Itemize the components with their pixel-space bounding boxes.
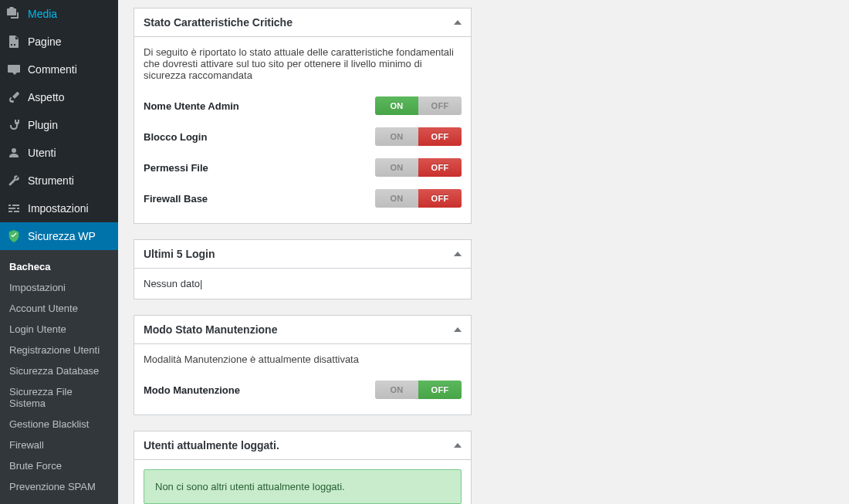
submenu-item[interactable]: Gestione Blacklist [0,414,118,435]
toggle-off[interactable]: OFF [418,127,462,146]
feature-row: Firewall BaseONOFF [144,183,462,214]
toggle-off[interactable]: OFF [418,96,462,115]
feature-label: Blocco Login [144,131,207,143]
media-icon [6,6,22,22]
sidebar-item-user[interactable]: Utenti [0,139,118,167]
feature-label: Firewall Base [144,193,208,205]
collapse-icon[interactable] [454,252,462,256]
collapse-icon[interactable] [454,443,462,448]
admin-sidebar: MediaPagineCommentiAspettoPluginUtentiSt… [0,0,118,504]
submenu-item[interactable]: Login Utente [0,319,118,340]
toggle-on[interactable]: ON [375,127,418,146]
feature-label: Permessi File [144,162,208,174]
sidebar-item-label: Media [28,8,57,20]
submenu-sicurezza: BachecaImpostazioniAccount UtenteLogin U… [0,250,118,504]
feature-label: Nome Utente Admin [144,100,239,112]
toggle-on[interactable]: ON [375,189,418,208]
submenu-item[interactable]: Bacheca [0,256,118,277]
submenu-item[interactable]: Registrazione Utenti [0,340,118,360]
sidebar-item-sliders[interactable]: Impostazioni [0,194,118,222]
brush-icon [6,90,22,105]
collapse-icon[interactable] [454,327,462,332]
panel-header[interactable]: Ultimi 5 Login [134,240,471,269]
sidebar-item-brush[interactable]: Aspetto [0,83,118,111]
notice-success: Non ci sono altri utenti attualmente log… [144,469,462,504]
sidebar-item-label: Sicurezza WP [28,230,96,242]
collapse-icon[interactable] [454,20,462,25]
toggle-off[interactable]: OFF [418,381,462,399]
panel-maintenance: Modo Stato Manutenzione Modalità Manuten… [134,315,472,415]
panel-header[interactable]: Stato Caratteristiche Critiche [134,8,471,37]
submenu-item[interactable]: Sicurezza File Sistema [0,381,118,414]
sliders-icon [6,201,22,216]
panel-title: Ultimi 5 Login [144,248,454,260]
panel-header[interactable]: Modo Stato Manutenzione [134,316,471,344]
panel-title: Stato Caratteristiche Critiche [144,16,454,29]
sidebar-item-label: Pagine [28,36,62,48]
page-icon [6,34,22,49]
panel-last-logins: Ultimi 5 Login Nessun dato| [134,239,472,299]
sidebar-item-shield[interactable]: Sicurezza WP [0,222,118,250]
panel-logged-users: Utenti attualmente loggati. Non ci sono … [134,431,472,504]
toggle-on[interactable]: ON [375,381,418,399]
main-content: Stato Caratteristiche Critiche Di seguit… [118,0,849,504]
feature-toggle[interactable]: ONOFF [375,158,462,177]
notice-text: Non ci sono altri utenti attualmente log… [155,481,345,492]
sidebar-item-wrench[interactable]: Strumenti [0,167,118,194]
submenu-item[interactable]: Firewall [0,435,118,455]
toggle-on[interactable]: ON [375,158,418,177]
submenu-item[interactable]: Account Utente [0,298,118,319]
toggle-off[interactable]: OFF [418,158,462,177]
submenu-item[interactable]: Scanner [0,497,118,504]
panel-header[interactable]: Utenti attualmente loggati. [134,431,471,460]
panel-description: Di seguito è riportato lo stato attuale … [144,46,462,81]
sidebar-item-label: Plugin [28,119,58,131]
sidebar-item-comment[interactable]: Commenti [0,56,118,83]
empty-text: Nessun dato| [144,278,202,289]
user-icon [6,145,22,161]
plug-icon [6,117,22,133]
sidebar-item-media[interactable]: Media [0,0,118,28]
feature-toggle[interactable]: ONOFF [375,127,462,146]
panel-critical-features: Stato Caratteristiche Critiche Di seguit… [134,8,472,224]
toggle-off[interactable]: OFF [418,189,462,208]
comment-icon [6,62,22,77]
submenu-item[interactable]: Prevenzione SPAM [0,476,118,497]
feature-row: Permessi FileONOFF [144,152,462,183]
feature-toggle[interactable]: ONOFF [375,189,462,208]
sidebar-item-label: Commenti [28,63,77,76]
panel-title: Modo Stato Manutenzione [144,323,454,336]
sidebar-item-label: Impostazioni [28,202,89,215]
feature-row: Nome Utente AdminONOFF [144,90,462,121]
submenu-item[interactable]: Brute Force [0,455,118,476]
sidebar-item-plug[interactable]: Plugin [0,111,118,139]
sidebar-item-label: Strumenti [28,174,74,187]
wrench-icon [6,173,22,188]
sidebar-item-page[interactable]: Pagine [0,28,118,56]
shield-icon [6,228,22,244]
sidebar-item-label: Aspetto [28,91,64,103]
feature-toggle[interactable]: ONOFF [375,96,462,115]
feature-label: Modo Manutenzione [144,384,240,396]
sidebar-item-label: Utenti [28,147,56,159]
toggle-on[interactable]: ON [375,96,418,115]
feature-row: Blocco LoginONOFF [144,121,462,152]
feature-row: Modo Manutenzione ON OFF [144,374,462,405]
panel-title: Utenti attualmente loggati. [144,439,454,452]
submenu-item[interactable]: Impostazioni [0,277,118,298]
maintenance-toggle[interactable]: ON OFF [375,381,462,399]
submenu-item[interactable]: Sicurezza Database [0,360,118,381]
panel-description: Modalità Manutenzione è attualmente disa… [144,353,462,365]
